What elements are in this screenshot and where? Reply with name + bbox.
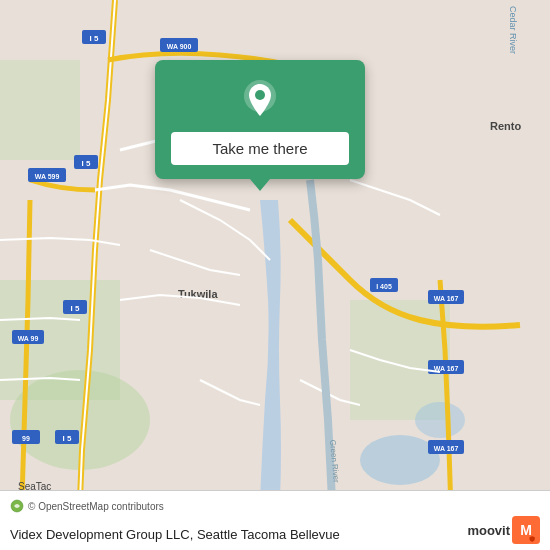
- svg-text:WA 599: WA 599: [35, 173, 60, 180]
- svg-text:I 5: I 5: [90, 34, 99, 43]
- bottom-bar: © OpenStreetMap contributors Videx Devel…: [0, 490, 550, 550]
- business-name: Videx Development Group LLC, Seattle Tac…: [10, 527, 340, 544]
- svg-point-37: [255, 90, 265, 100]
- svg-text:WA 900: WA 900: [167, 43, 192, 50]
- svg-text:I 405: I 405: [376, 283, 392, 290]
- svg-text:Rento: Rento: [490, 120, 521, 132]
- svg-text:I 5: I 5: [63, 434, 72, 443]
- popup-card: Take me there: [155, 60, 365, 179]
- moovit-brand-icon: M: [512, 516, 540, 544]
- svg-text:WA 167: WA 167: [434, 295, 459, 302]
- svg-text:I 5: I 5: [71, 304, 80, 313]
- copyright-text: © OpenStreetMap contributors: [28, 501, 164, 512]
- take-me-there-button[interactable]: Take me there: [171, 132, 349, 165]
- svg-rect-2: [0, 60, 80, 160]
- svg-text:WA 99: WA 99: [18, 335, 39, 342]
- svg-text:WA 167: WA 167: [434, 445, 459, 452]
- copyright-row: © OpenStreetMap contributors: [10, 499, 540, 513]
- svg-text:I 5: I 5: [82, 159, 91, 168]
- svg-text:99: 99: [22, 435, 30, 442]
- svg-point-6: [415, 402, 465, 438]
- moovit-logo: moovit M: [467, 516, 540, 544]
- moovit-text: moovit: [467, 523, 510, 538]
- svg-text:Cedar River: Cedar River: [508, 6, 518, 54]
- openstreetmap-logo: [10, 499, 24, 513]
- business-info: Videx Development Group LLC, Seattle Tac…: [10, 516, 540, 544]
- location-pin-icon: [238, 78, 282, 122]
- svg-text:M: M: [520, 522, 532, 538]
- map-container: I 5 I 5 I 5 I 5 99 WA 99 WA 599 WA 900 I…: [0, 0, 550, 550]
